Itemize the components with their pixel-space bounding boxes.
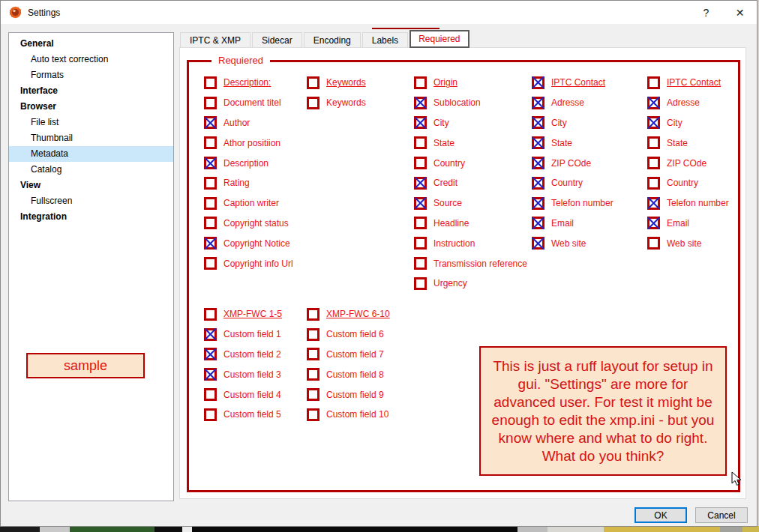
checkbox-document-titel[interactable] bbox=[204, 97, 217, 109]
checkbox-author[interactable] bbox=[204, 116, 217, 129]
checkbox-custom-field-6[interactable] bbox=[307, 328, 320, 341]
checkbox-label-country: Country bbox=[667, 178, 698, 188]
tab-sidecar[interactable]: Sidecar bbox=[252, 32, 302, 48]
checkbox-city[interactable] bbox=[532, 116, 544, 129]
checkbox-telefon-number[interactable] bbox=[647, 197, 660, 210]
tab-encoding[interactable]: Encoding bbox=[304, 32, 361, 48]
checkbox-row-custom-field-5: Custom field 5 bbox=[204, 405, 282, 425]
checkbox-description[interactable] bbox=[204, 76, 217, 89]
checkbox-transmission-reference[interactable] bbox=[414, 257, 427, 270]
sidebar-item-thumbnail[interactable]: Thumbnail bbox=[9, 130, 173, 146]
sidebar-item-formats[interactable]: Formats bbox=[9, 67, 173, 83]
checkbox-web-site[interactable] bbox=[532, 237, 544, 250]
checkbox-city[interactable] bbox=[647, 116, 660, 129]
checkbox-column-xmp-fwc-1-5: XMP-FWC 1-5Custom field 1Custom field 2C… bbox=[204, 304, 282, 425]
checkbox-label-custom-field-7: Custom field 7 bbox=[326, 349, 384, 360]
checkbox-row-country: Country bbox=[414, 153, 527, 173]
checkbox-custom-field-7[interactable] bbox=[307, 348, 320, 360]
checkbox-row-adresse: Adresse bbox=[532, 93, 614, 113]
checkbox-label-athor-positiion: Athor positiion bbox=[224, 138, 280, 148]
checkbox-label-keywords: Keywords bbox=[326, 77, 366, 88]
checkbox-city[interactable] bbox=[414, 116, 427, 129]
checkbox-xmp-fwc-6-10[interactable] bbox=[307, 308, 320, 321]
sidebar-item-view[interactable]: View bbox=[9, 178, 173, 193]
checkbox-custom-field-4[interactable] bbox=[204, 388, 217, 401]
ok-button[interactable]: OK bbox=[634, 507, 687, 523]
checkbox-instruction[interactable] bbox=[414, 237, 427, 250]
checkbox-sublocation[interactable] bbox=[414, 97, 427, 109]
checkbox-urgency[interactable] bbox=[414, 277, 427, 290]
checkbox-iptc-contact[interactable] bbox=[647, 76, 660, 89]
checkbox-keywords[interactable] bbox=[307, 97, 320, 109]
checkbox-row-custom-field-2: Custom field 2 bbox=[204, 345, 282, 365]
checkbox-row-country: Country bbox=[532, 173, 614, 193]
close-button[interactable]: ✕ bbox=[723, 1, 757, 24]
checkbox-row-source: Source bbox=[414, 193, 527, 214]
requiered-tab-page: Requiered Description:Document titelAuth… bbox=[179, 47, 746, 499]
checkbox-adresse[interactable] bbox=[532, 97, 544, 109]
checkbox-origin[interactable] bbox=[414, 76, 427, 89]
checkbox-row-author: Author bbox=[204, 113, 293, 133]
checkbox-telefon-number[interactable] bbox=[532, 197, 544, 210]
sidebar-item-browser[interactable]: Browser bbox=[9, 99, 173, 115]
checkbox-email[interactable] bbox=[532, 217, 544, 229]
checkbox-country[interactable] bbox=[532, 177, 544, 190]
checkbox-custom-field-3[interactable] bbox=[204, 368, 217, 381]
cancel-button[interactable]: Cancel bbox=[695, 507, 748, 523]
checkbox-country[interactable] bbox=[647, 177, 660, 190]
sidebar-item-interface[interactable]: Interface bbox=[9, 83, 173, 99]
checkbox-label-copyright-info-url: Copyright info Url bbox=[224, 259, 293, 269]
checkbox-row-description: Description bbox=[204, 153, 293, 173]
sidebar-item-catalog[interactable]: Catalog bbox=[9, 162, 173, 178]
checkbox-athor-positiion[interactable] bbox=[204, 136, 217, 149]
checkbox-row-xmp-fwc-1-5: XMP-FWC 1-5 bbox=[204, 304, 282, 324]
checkbox-adresse[interactable] bbox=[647, 97, 660, 109]
checkbox-row-zip-code: ZIP COde bbox=[647, 153, 729, 173]
checkbox-custom-field-8[interactable] bbox=[307, 368, 320, 381]
checkbox-rating[interactable] bbox=[204, 177, 217, 190]
sidebar-item-file-list[interactable]: File list bbox=[9, 115, 173, 130]
tab-requiered[interactable]: Requiered bbox=[410, 30, 469, 48]
checkbox-email[interactable] bbox=[647, 217, 660, 229]
checkbox-custom-field-9[interactable] bbox=[307, 388, 320, 401]
help-button[interactable]: ? bbox=[689, 1, 723, 24]
checkbox-zip-code[interactable] bbox=[647, 157, 660, 169]
tab-labels[interactable]: Labels bbox=[362, 32, 408, 48]
desktop-strip-segment bbox=[720, 526, 742, 532]
sidebar-item-general[interactable]: General bbox=[9, 36, 173, 52]
checkbox-label-copyright-notice: Copyright Notice bbox=[224, 238, 290, 249]
checkbox-web-site[interactable] bbox=[647, 237, 660, 250]
checkbox-label-web-site: Web site bbox=[667, 238, 701, 249]
checkbox-copyright-info-url[interactable] bbox=[204, 257, 217, 270]
checkbox-label-custom-field-4: Custom field 4 bbox=[224, 390, 281, 400]
checkbox-state[interactable] bbox=[532, 136, 544, 149]
checkbox-custom-field-1[interactable] bbox=[204, 328, 217, 341]
checkbox-label-keywords: Keywords bbox=[326, 97, 366, 108]
sidebar-item-fullscreen[interactable]: Fullscreen bbox=[9, 193, 173, 209]
checkbox-copyright-notice[interactable] bbox=[204, 237, 217, 250]
checkbox-credit[interactable] bbox=[414, 177, 427, 190]
checkbox-state[interactable] bbox=[414, 136, 427, 149]
sidebar-item-auto-text-correction[interactable]: Auto text correction bbox=[9, 52, 173, 67]
checkbox-description[interactable] bbox=[204, 157, 217, 169]
checkbox-xmp-fwc-1-5[interactable] bbox=[204, 308, 217, 321]
checkbox-custom-field-5[interactable] bbox=[204, 408, 217, 421]
checkbox-row-athor-positiion: Athor positiion bbox=[204, 133, 293, 153]
checkbox-custom-field-10[interactable] bbox=[307, 408, 320, 421]
checkbox-label-origin: Origin bbox=[434, 77, 458, 88]
checkbox-headline[interactable] bbox=[414, 217, 427, 229]
desktop-strip-segment bbox=[192, 526, 518, 532]
checkbox-state[interactable] bbox=[647, 136, 660, 149]
checkbox-zip-code[interactable] bbox=[532, 157, 544, 169]
checkbox-country[interactable] bbox=[414, 157, 427, 169]
checkbox-label-custom-field-8: Custom field 8 bbox=[326, 369, 384, 380]
checkbox-copyright-status[interactable] bbox=[204, 217, 217, 229]
checkbox-custom-field-2[interactable] bbox=[204, 348, 217, 360]
tab-iptc-xmp[interactable]: IPTC & XMP bbox=[180, 32, 250, 48]
sidebar-item-metadata[interactable]: Metadata bbox=[9, 146, 173, 162]
checkbox-source[interactable] bbox=[414, 197, 427, 210]
checkbox-iptc-contact[interactable] bbox=[532, 76, 544, 89]
checkbox-caption-writer[interactable] bbox=[204, 197, 217, 210]
checkbox-keywords[interactable] bbox=[307, 76, 320, 89]
sidebar-item-integration[interactable]: Integration bbox=[9, 209, 173, 225]
